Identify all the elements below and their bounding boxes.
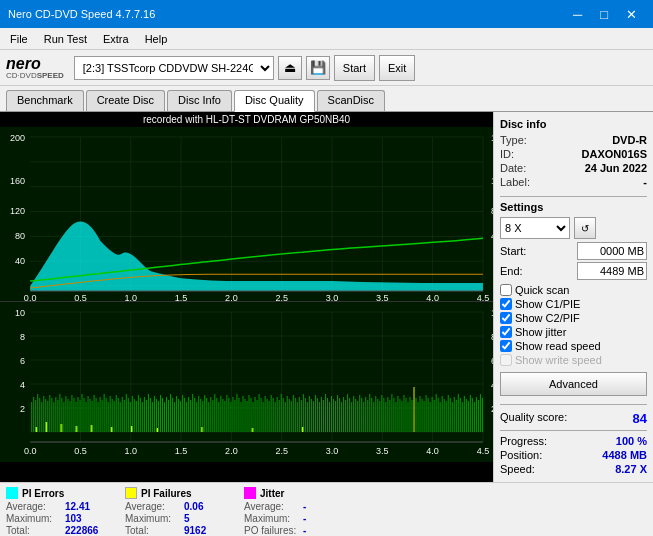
svg-rect-186 [257,400,258,432]
jitter-po: PO failures: - [244,525,343,536]
show-read-speed-checkbox[interactable] [500,340,512,352]
svg-rect-146 [176,396,177,432]
tab-benchmark[interactable]: Benchmark [6,90,84,111]
svg-rect-87 [57,400,58,432]
exit-button[interactable]: Exit [379,55,415,81]
svg-rect-159 [202,401,203,432]
svg-rect-189 [263,402,264,432]
maximize-button[interactable]: □ [592,6,616,23]
svg-rect-228 [341,402,342,432]
disc-id-row: ID: DAXON016S [500,148,647,160]
start-mb-row: Start: [500,242,647,260]
svg-rect-184 [253,402,254,432]
svg-rect-119 [122,397,123,432]
svg-rect-289 [464,396,465,432]
show-jitter-row: Show jitter [500,326,647,338]
svg-rect-256 [397,396,398,432]
pi-errors-avg-value: 12.41 [65,501,105,512]
svg-rect-272 [430,402,431,432]
start-button[interactable]: Start [334,55,375,81]
svg-rect-173 [230,402,231,432]
drive-select[interactable]: [2:3] TSSTcorp CDDVDW SH-224GB SB00 [74,56,274,80]
svg-rect-249 [383,398,384,432]
show-write-speed-label: Show write speed [515,354,602,366]
quick-scan-checkbox[interactable] [500,284,512,296]
minimize-button[interactable]: ─ [565,6,590,23]
menu-run-test[interactable]: Run Test [38,32,93,46]
pi-errors-max-label: Maximum: [6,513,61,524]
show-write-speed-row: Show write speed [500,354,647,366]
svg-rect-137 [158,401,159,432]
svg-rect-234 [353,396,354,432]
speed-select[interactable]: 8 X [500,217,570,239]
svg-text:40: 40 [15,256,25,266]
svg-rect-279 [444,399,445,432]
jitter-max: Maximum: - [244,513,343,524]
svg-rect-162 [208,402,209,432]
tab-disc-quality[interactable]: Disc Quality [234,90,315,112]
close-button[interactable]: ✕ [618,6,645,23]
settings-icon-btn[interactable]: ↺ [574,217,596,239]
svg-text:80: 80 [15,231,25,241]
svg-rect-130 [144,397,145,432]
show-c2pif-checkbox[interactable] [500,312,512,324]
jitter-label: Jitter [260,488,284,499]
show-jitter-checkbox[interactable] [500,326,512,338]
svg-rect-86 [55,397,56,432]
svg-text:3.5: 3.5 [376,446,389,456]
quick-scan-label: Quick scan [515,284,569,296]
eject-icon[interactable]: ⏏ [278,56,302,80]
svg-rect-231 [347,394,348,432]
settings-section: Settings 8 X ↺ Start: End: Quick scan [500,201,647,396]
svg-rect-223 [331,396,332,432]
end-mb-input[interactable] [577,262,647,280]
tab-create-disc[interactable]: Create Disc [86,90,165,111]
disc-date-label: Date: [500,162,526,174]
svg-rect-77 [37,394,38,432]
start-mb-input[interactable] [577,242,647,260]
svg-rect-105 [94,395,95,432]
show-c1pie-checkbox[interactable] [500,298,512,310]
svg-rect-211 [307,402,308,432]
position-label: Position: [500,449,542,461]
svg-rect-111 [106,398,107,432]
divider2 [500,404,647,405]
svg-rect-122 [128,398,129,432]
start-mb-label: Start: [500,245,526,257]
svg-rect-142 [168,400,169,432]
end-mb-row: End: [500,262,647,280]
svg-rect-183 [251,398,252,432]
svg-rect-168 [220,396,221,432]
svg-rect-193 [271,395,272,432]
chart-title: recorded with HL-DT-ST DVDRAM GP50NB40 [0,112,493,127]
advanced-button[interactable]: Advanced [500,372,647,396]
progress-row: Progress: 100 % [500,435,647,447]
svg-rect-236 [357,401,358,432]
svg-rect-260 [405,398,406,432]
jitter-avg-value: - [303,501,343,512]
svg-rect-246 [377,399,378,432]
svg-rect-120 [124,400,125,432]
svg-rect-103 [90,399,91,432]
svg-rect-278 [442,396,443,432]
menu-extra[interactable]: Extra [97,32,135,46]
svg-rect-291 [468,401,469,432]
save-icon[interactable]: 💾 [306,56,330,80]
pi-failures-label: PI Failures [141,488,192,499]
svg-rect-139 [162,398,163,432]
tab-disc-info[interactable]: Disc Info [167,90,232,111]
disc-id-label: ID: [500,148,514,160]
disc-info-section: Disc info Type: DVD-R ID: DAXON016S Date… [500,118,647,188]
svg-rect-207 [299,397,300,432]
svg-rect-282 [450,398,451,432]
menu-file[interactable]: File [4,32,34,46]
menu-help[interactable]: Help [139,32,174,46]
svg-rect-81 [45,399,46,432]
svg-text:2.0: 2.0 [225,293,238,301]
tab-scan-disc[interactable]: ScanDisc [317,90,385,111]
svg-text:4: 4 [491,380,493,390]
jitter-max-value: - [303,513,343,524]
svg-rect-232 [349,398,350,432]
svg-text:0.5: 0.5 [74,293,87,301]
svg-text:4: 4 [491,231,493,241]
